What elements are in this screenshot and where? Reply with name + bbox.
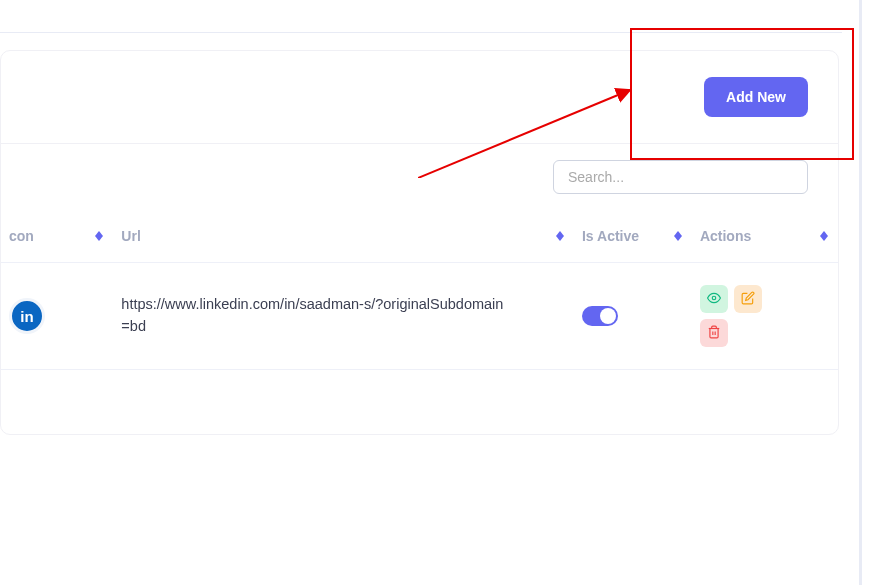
search-section (1, 144, 838, 210)
column-header-url[interactable]: Url (113, 210, 574, 263)
sort-icon (95, 231, 103, 241)
column-header-label: Actions (700, 228, 751, 244)
table-row: in https://www.linkedin.com/in/saadman-s… (1, 263, 838, 370)
column-header-is-active[interactable]: Is Active (574, 210, 692, 263)
add-new-button[interactable]: Add New (704, 77, 808, 117)
svg-point-0 (712, 296, 716, 300)
edit-button[interactable] (734, 285, 762, 313)
trash-icon (707, 325, 721, 342)
view-button[interactable] (700, 285, 728, 313)
delete-button[interactable] (700, 319, 728, 347)
active-toggle[interactable] (582, 306, 618, 326)
header-section: Add New (1, 51, 838, 144)
search-input[interactable] (553, 160, 808, 194)
sort-icon (556, 231, 564, 241)
sort-icon (674, 231, 682, 241)
column-header-icon[interactable]: con (1, 210, 113, 263)
data-table: con Url Is Active (1, 210, 838, 370)
page-container: Add New con Url (0, 0, 872, 585)
top-divider (0, 32, 842, 33)
sort-icon (820, 231, 828, 241)
card: Add New con Url (0, 50, 839, 435)
toggle-knob (600, 308, 616, 324)
url-cell: https://www.linkedin.com/in/saadman-s/?o… (121, 294, 511, 338)
edit-icon (741, 291, 755, 308)
column-header-label: Url (121, 228, 140, 244)
actions-cell (700, 285, 770, 347)
column-header-label: Is Active (582, 228, 639, 244)
column-header-actions[interactable]: Actions (692, 210, 838, 263)
column-header-label: con (9, 228, 34, 244)
linkedin-icon: in (9, 298, 45, 334)
right-border (859, 0, 862, 585)
eye-icon (707, 291, 721, 308)
